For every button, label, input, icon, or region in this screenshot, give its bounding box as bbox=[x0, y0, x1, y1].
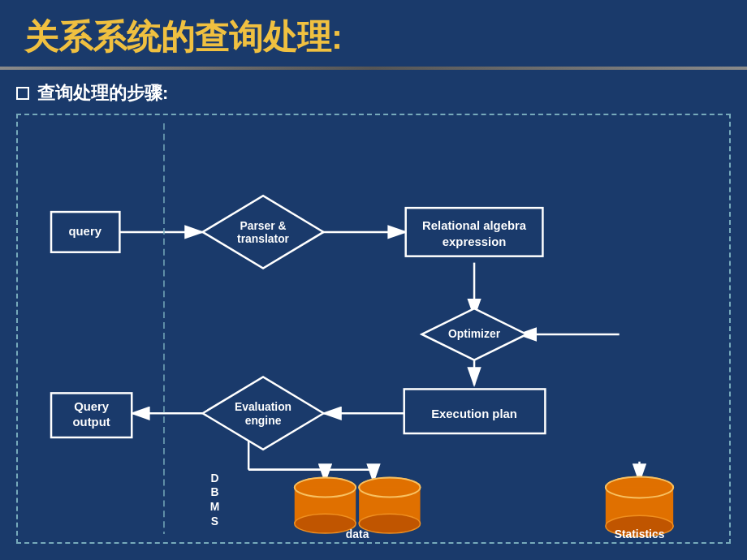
subtitle-row: 查询处理的步骤: bbox=[0, 78, 747, 110]
parser-label-1: Parser & bbox=[240, 219, 286, 232]
dbms-label-s: S bbox=[211, 515, 218, 528]
evaluation-label-1: Evaluation bbox=[235, 400, 291, 413]
execution-label: Execution plan bbox=[431, 407, 517, 420]
parser-label-2: translator bbox=[237, 233, 290, 246]
page-title: 关系系统的查询处理: bbox=[24, 18, 343, 56]
divider bbox=[0, 67, 747, 70]
relational-box bbox=[406, 208, 543, 256]
subtitle-text: 查询处理的步骤: bbox=[37, 81, 168, 106]
dbms-label-d: D bbox=[210, 472, 218, 485]
diagram-svg: query Parser & translator Relational alg… bbox=[18, 115, 729, 542]
optimizer-label: Optimizer bbox=[448, 327, 501, 340]
title-area: 关系系统的查询处理: bbox=[0, 0, 747, 67]
statistics-label-2: about data bbox=[611, 541, 667, 542]
query-output-label-2: output bbox=[73, 416, 110, 429]
diagram-container: query Parser & translator Relational alg… bbox=[16, 114, 731, 544]
relational-label-1: Relational algebra bbox=[422, 219, 527, 232]
query-output-label-1: Query bbox=[74, 400, 110, 413]
data-label: data bbox=[346, 528, 369, 541]
evaluation-label-2: engine bbox=[245, 414, 282, 427]
checkbox-icon bbox=[16, 87, 29, 100]
relational-label-2: expression bbox=[443, 235, 507, 248]
query-label: query bbox=[68, 225, 101, 238]
statistics-label-1: Statistics bbox=[615, 528, 665, 541]
dbms-label-b: B bbox=[210, 485, 218, 498]
dbms-label-m: M bbox=[210, 500, 220, 513]
